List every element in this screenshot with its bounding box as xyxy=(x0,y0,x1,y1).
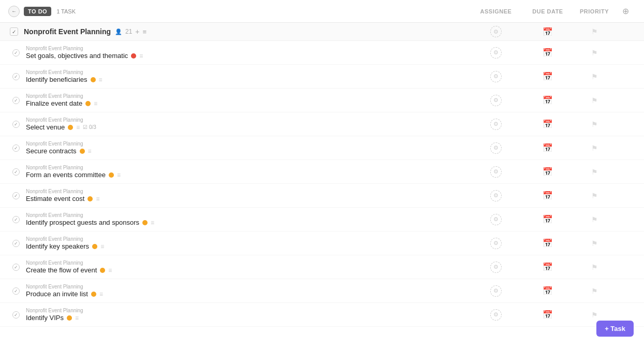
task-row[interactable]: ✓ Nonprofit Event Planning Set goals, ob… xyxy=(0,41,644,65)
task-checkbox[interactable]: ✓ xyxy=(12,192,20,199)
task-main: Nonprofit Event Planning Identify prospe… xyxy=(24,212,470,226)
task-due-cell[interactable]: 📅 xyxy=(522,262,574,272)
task-row[interactable]: ✓ Nonprofit Event Planning Form an event… xyxy=(0,160,644,184)
task-row[interactable]: ✓ Nonprofit Event Planning Finalize even… xyxy=(0,89,644,112)
status-dot-yellow xyxy=(67,315,72,321)
task-row[interactable]: ✓ Nonprofit Event Planning Select venue … xyxy=(0,112,644,136)
task-menu-icon[interactable]: ≡ xyxy=(76,124,80,131)
assignee-avatar[interactable]: ⚙ xyxy=(490,47,502,59)
group-due-cell[interactable]: 📅 xyxy=(522,27,574,37)
task-checkbox[interactable]: ✓ xyxy=(12,144,20,152)
status-dot-yellow xyxy=(85,101,91,106)
task-checkbox[interactable]: ✓ xyxy=(12,168,20,176)
status-dot-yellow xyxy=(91,77,96,82)
task-priority-cell[interactable]: ⚑ xyxy=(574,96,615,105)
group-assignee-icon[interactable]: ⚙ xyxy=(490,26,502,37)
task-priority-cell[interactable]: ⚑ xyxy=(574,73,615,81)
task-menu-icon[interactable]: ≡ xyxy=(139,52,143,60)
status-dot-yellow xyxy=(92,244,97,249)
task-menu-icon[interactable]: ≡ xyxy=(94,100,97,107)
task-row[interactable]: ✓ Nonprofit Event Planning Produce an in… xyxy=(0,279,644,303)
task-priority-cell[interactable]: ⚑ xyxy=(574,215,615,224)
assignee-avatar[interactable]: ⚙ xyxy=(490,190,502,201)
task-due-cell[interactable]: 📅 xyxy=(522,191,574,200)
calendar-icon: 📅 xyxy=(543,262,553,272)
task-menu-icon[interactable]: ≡ xyxy=(99,291,103,298)
task-priority-cell[interactable]: ⚑ xyxy=(574,239,615,248)
assignee-avatar[interactable]: ⚙ xyxy=(490,262,502,273)
task-priority-cell[interactable]: ⚑ xyxy=(574,168,615,176)
task-menu-icon[interactable]: ≡ xyxy=(151,219,154,226)
col-header-assignee: ASSIGNEE xyxy=(470,8,522,15)
back-button[interactable]: ← xyxy=(8,6,20,17)
task-row[interactable]: ✓ Nonprofit Event Planning Identify bene… xyxy=(0,65,644,89)
task-checkbox[interactable]: ✓ xyxy=(12,311,20,319)
task-due-cell[interactable]: 📅 xyxy=(522,310,574,320)
task-priority-cell[interactable]: ⚑ xyxy=(574,49,615,57)
calendar-icon: 📅 xyxy=(543,238,553,248)
task-menu-icon[interactable]: ≡ xyxy=(75,314,79,322)
task-checkbox[interactable]: ✓ xyxy=(12,121,20,128)
assignee-avatar[interactable]: ⚙ xyxy=(490,166,502,178)
group-menu-icon[interactable]: ≡ xyxy=(143,28,147,36)
task-menu-icon[interactable]: ≡ xyxy=(100,243,104,250)
assignee-avatar[interactable]: ⚙ xyxy=(490,119,502,130)
task-menu-icon[interactable]: ≡ xyxy=(108,267,112,274)
task-priority-cell[interactable]: ⚑ xyxy=(574,144,615,152)
group-checkbox[interactable]: ✓ xyxy=(10,27,18,36)
task-row[interactable]: ✓ Nonprofit Event Planning Identify key … xyxy=(0,232,644,255)
task-priority-cell[interactable]: ⚑ xyxy=(574,192,615,200)
assignee-avatar[interactable]: ⚙ xyxy=(490,95,502,106)
col-header-add[interactable]: ⊕ xyxy=(615,6,636,16)
task-check-area: ✓ xyxy=(8,121,24,128)
calendar-icon: 📅 xyxy=(543,310,553,320)
task-checkbox[interactable]: ✓ xyxy=(12,73,20,80)
add-column-icon[interactable]: ⊕ xyxy=(622,7,629,16)
assignee-avatar[interactable]: ⚙ xyxy=(490,238,502,249)
task-assignee-cell: ⚙ xyxy=(470,95,522,106)
task-row[interactable]: ✓ Nonprofit Event Planning Identify pros… xyxy=(0,208,644,232)
group-add-icon[interactable]: + xyxy=(135,27,139,36)
task-name: Produce an invite list xyxy=(26,290,88,298)
task-priority-cell[interactable]: ⚑ xyxy=(574,311,615,319)
gear-icon: ⚙ xyxy=(493,264,499,270)
task-checkbox[interactable]: ✓ xyxy=(12,216,20,223)
task-due-cell[interactable]: 📅 xyxy=(522,95,574,105)
task-menu-icon[interactable]: ≡ xyxy=(96,195,99,203)
task-checkbox[interactable]: ✓ xyxy=(12,264,20,271)
task-row[interactable]: ✓ Nonprofit Event Planning Estimate even… xyxy=(0,184,644,208)
assignee-avatar[interactable]: ⚙ xyxy=(490,71,502,82)
task-due-cell[interactable]: 📅 xyxy=(522,119,574,129)
task-menu-icon[interactable]: ≡ xyxy=(99,76,103,83)
assignee-avatar[interactable]: ⚙ xyxy=(490,142,502,154)
task-priority-cell[interactable]: ⚑ xyxy=(574,263,615,271)
task-row[interactable]: ✓ Nonprofit Event Planning Create the fl… xyxy=(0,255,644,279)
task-priority-cell[interactable]: ⚑ xyxy=(574,120,615,128)
task-row[interactable]: ✓ Nonprofit Event Planning Identify VIPs… xyxy=(0,303,644,327)
task-checkbox[interactable]: ✓ xyxy=(12,287,20,295)
task-name-row: Create the flow of event ≡ xyxy=(26,266,470,274)
assignee-avatar[interactable]: ⚙ xyxy=(490,285,502,297)
task-main: Nonprofit Event Planning Identify key sp… xyxy=(24,236,470,250)
task-row[interactable]: ✓ Nonprofit Event Planning Secure contra… xyxy=(0,136,644,160)
task-due-cell[interactable]: 📅 xyxy=(522,238,574,248)
task-row[interactable]: ✓ Nonprofit Event Planning Request infor… xyxy=(0,327,644,330)
task-priority-cell[interactable]: ⚑ xyxy=(574,287,615,295)
task-due-cell[interactable]: 📅 xyxy=(522,71,574,81)
task-menu-icon[interactable]: ≡ xyxy=(117,171,121,179)
task-name: Estimate event cost xyxy=(26,195,84,203)
task-checkbox[interactable]: ✓ xyxy=(12,240,20,247)
assignee-avatar[interactable]: ⚙ xyxy=(490,309,502,321)
group-priority-cell[interactable]: ⚑ xyxy=(574,27,615,36)
task-due-cell[interactable]: 📅 xyxy=(522,143,574,153)
task-menu-icon[interactable]: ≡ xyxy=(88,148,92,155)
task-name-row: Identify VIPs ≡ xyxy=(26,314,470,322)
assignee-avatar[interactable]: ⚙ xyxy=(490,214,502,225)
task-due-cell[interactable]: 📅 xyxy=(522,286,574,296)
task-checkbox[interactable]: ✓ xyxy=(12,49,20,56)
task-due-cell[interactable]: 📅 xyxy=(522,48,574,57)
task-due-cell[interactable]: 📅 xyxy=(522,167,574,177)
task-checkbox[interactable]: ✓ xyxy=(12,97,20,104)
task-due-cell[interactable]: 📅 xyxy=(522,214,574,224)
add-task-button[interactable]: + Task xyxy=(596,321,634,330)
